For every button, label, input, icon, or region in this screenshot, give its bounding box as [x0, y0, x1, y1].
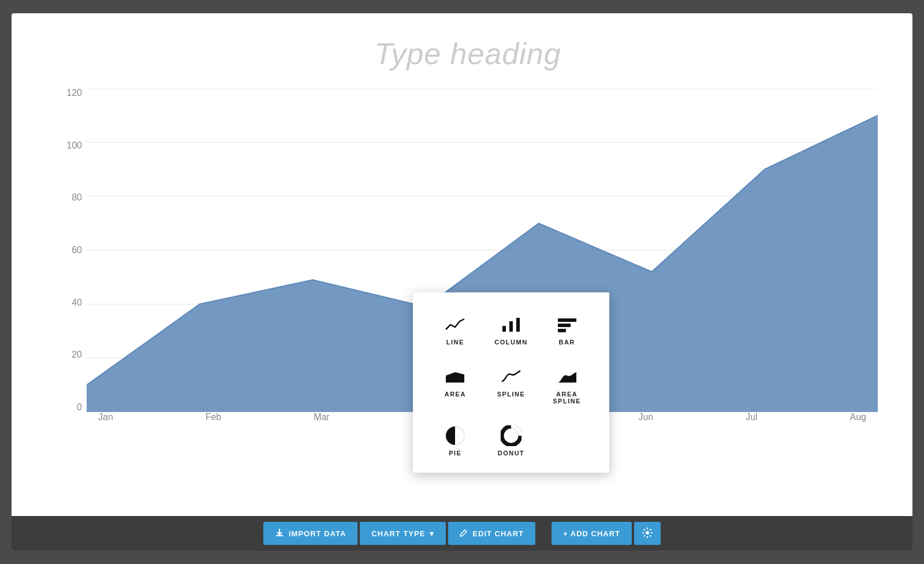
chart-type-popup: LINE COLUMN [413, 292, 609, 473]
svg-rect-9 [516, 318, 520, 332]
x-label-jul: Jul [746, 412, 757, 424]
edit-chart-button[interactable]: EDIT CHART [448, 522, 535, 545]
donut-label: DONUT [498, 450, 525, 457]
chart-type-area[interactable]: AREA [430, 362, 480, 409]
import-data-button[interactable]: IMPORT DATA [263, 522, 357, 545]
bar-icon [557, 314, 578, 335]
svg-point-16 [646, 531, 649, 535]
y-label-40: 40 [58, 298, 82, 307]
gear-icon [642, 528, 653, 540]
chevron-down-icon: ▾ [430, 529, 434, 538]
chart-type-spline[interactable]: SPLINE [486, 362, 536, 409]
column-label: COLUMN [494, 339, 527, 346]
app-container: Type heading 0 20 40 60 80 100 120 [12, 13, 912, 551]
donut-icon [501, 425, 521, 446]
chart-type-line[interactable]: LINE [430, 310, 480, 350]
y-label-120: 120 [58, 88, 82, 98]
spline-label: SPLINE [497, 391, 526, 398]
chart-type-area-spline[interactable]: AREA SPLINE [542, 362, 592, 409]
y-label-0: 0 [58, 403, 82, 412]
edit-chart-label: EDIT CHART [472, 529, 524, 538]
y-label-60: 60 [58, 246, 82, 255]
import-data-label: IMPORT DATA [289, 529, 346, 538]
area-spline-label: AREA SPLINE [544, 391, 590, 405]
chart-type-button[interactable]: CHART TYPE ▾ [360, 522, 446, 545]
pie-label: PIE [449, 450, 461, 457]
chart-type-pie[interactable]: PIE [430, 421, 480, 461]
x-label-jun: Jun [638, 412, 653, 424]
settings-button[interactable] [634, 522, 661, 545]
svg-rect-8 [509, 321, 513, 332]
y-axis: 0 20 40 60 80 100 120 [58, 88, 87, 424]
area-spline-icon [557, 366, 578, 387]
toolbar: IMPORT DATA CHART TYPE ▾ EDIT CHART + AD… [12, 516, 912, 551]
svg-rect-10 [558, 318, 576, 322]
line-icon [445, 314, 465, 335]
line-label: LINE [446, 339, 464, 346]
svg-rect-12 [558, 329, 566, 332]
spline-icon [501, 366, 521, 387]
import-data-icon [275, 528, 284, 539]
area-icon [445, 366, 465, 387]
svg-rect-11 [558, 324, 571, 327]
x-label-feb: Feb [206, 412, 222, 424]
chart-type-grid: LINE COLUMN [430, 310, 592, 461]
pie-icon [445, 425, 465, 446]
x-label-jan: Jan [98, 412, 113, 424]
y-label-20: 20 [58, 350, 82, 359]
add-chart-label: + ADD CHART [563, 529, 620, 538]
chart-type-bar[interactable]: BAR [542, 310, 592, 350]
chart-title[interactable]: Type heading [58, 36, 878, 71]
pencil-icon [460, 529, 468, 539]
chart-type-label: CHART TYPE [371, 529, 425, 538]
y-label-80: 80 [58, 193, 82, 202]
chart-area: Type heading 0 20 40 60 80 100 120 [12, 13, 912, 516]
chart-type-column[interactable]: COLUMN [486, 310, 536, 350]
y-label-100: 100 [58, 141, 82, 150]
svg-rect-7 [502, 326, 506, 332]
x-label-aug: Aug [850, 412, 866, 424]
area-label: AREA [445, 391, 466, 398]
chart-type-donut[interactable]: DONUT [486, 421, 536, 461]
bar-label: BAR [558, 339, 575, 346]
add-chart-button[interactable]: + ADD CHART [552, 522, 632, 545]
x-label-mar: Mar [314, 412, 330, 424]
column-icon [501, 314, 521, 335]
svg-marker-13 [446, 372, 464, 383]
